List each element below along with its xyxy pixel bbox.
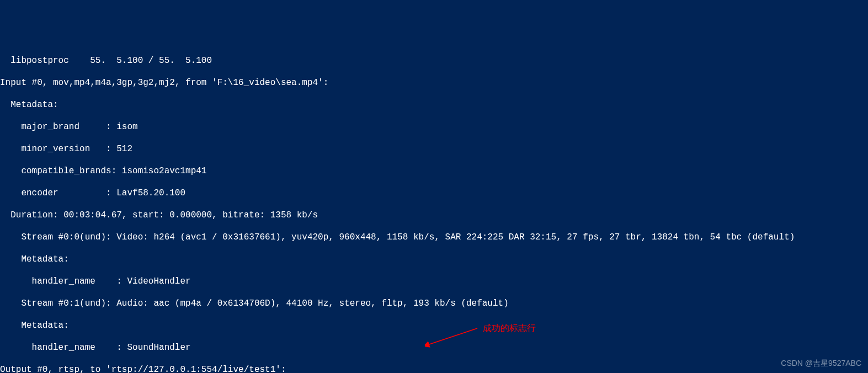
output-line: Stream #0:0(und): Video: h264 (avc1 / 0x…	[0, 232, 868, 243]
output-line: Output #0, rtsp, to 'rtsp://127.0.0.1:55…	[0, 364, 868, 373]
output-line: Stream #0:1(und): Audio: aac (mp4a / 0x6…	[0, 298, 868, 309]
output-line: Metadata:	[0, 99, 868, 110]
output-line: Duration: 00:03:04.67, start: 0.000000, …	[0, 210, 868, 221]
output-line: libpostproc 55. 5.100 / 55. 5.100	[0, 55, 868, 66]
output-line: handler_name : VideoHandler	[0, 276, 868, 287]
output-line: Metadata:	[0, 254, 868, 265]
watermark-text: CSDN @吉星9527ABC	[781, 358, 861, 369]
svg-line-1	[428, 328, 477, 345]
output-line: major_brand : isom	[0, 121, 868, 132]
annotation-arrow-icon	[425, 326, 480, 348]
output-line: Input #0, mov,mp4,m4a,3gp,3g2,mj2, from …	[0, 77, 868, 88]
annotation-label: 成功的标志行	[483, 323, 536, 334]
output-line: encoder : Lavf58.20.100	[0, 188, 868, 199]
output-line: compatible_brands: isomiso2avc1mp41	[0, 166, 868, 177]
terminal-output: libpostproc 55. 5.100 / 55. 5.100 Input …	[0, 44, 868, 373]
output-line: minor_version : 512	[0, 143, 868, 154]
